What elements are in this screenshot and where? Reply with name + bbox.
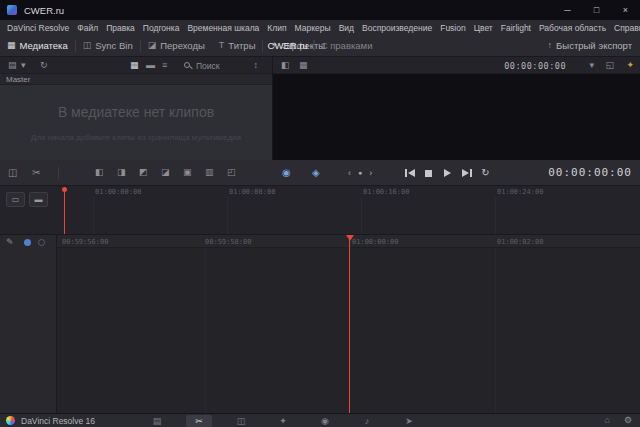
append-icon[interactable]: ◨ [117, 168, 126, 177]
menu-bar: DaVinci Resolve Файл Правка Подгонка Вре… [0, 20, 640, 35]
page-fairlight[interactable]: ♪ [354, 415, 380, 427]
menu-help[interactable]: Справка [610, 23, 640, 33]
snapping-icon[interactable]: ◈ [312, 168, 320, 178]
bin-path-row[interactable]: Master [0, 74, 272, 85]
loop-button[interactable]: ↻ [478, 166, 493, 180]
export-icon: ↑ [548, 41, 553, 50]
razor-tool-icon[interactable]: ✂ [32, 168, 40, 178]
sync-clip-icon[interactable]: ◉ [282, 168, 291, 178]
menu-fairlight[interactable]: Fairlight [497, 23, 535, 33]
playhead-dot-icon[interactable]: ● [358, 166, 362, 180]
page-fusion[interactable]: ✦ [270, 415, 296, 427]
menu-davinci-resolve[interactable]: DaVinci Resolve [3, 23, 73, 33]
search-icon[interactable] [184, 62, 190, 68]
viewer-expand-icon[interactable]: ◱ [605, 61, 614, 70]
bin-list-icon[interactable]: ▤ [8, 61, 17, 70]
strip-view-icon[interactable]: ▬ [146, 61, 155, 70]
grid-view-icon[interactable]: ▦ [130, 61, 139, 70]
close-up-icon[interactable]: ◪ [161, 168, 170, 177]
place-on-top-icon[interactable]: ▣ [183, 168, 192, 177]
timeline-timecode: 00:00:00:00 [548, 166, 632, 179]
media-pool-icon: ▦ [7, 41, 16, 50]
page-navigation: ▤ ✂ ◫ ✦ ◉ ♪ ➤ [136, 414, 430, 427]
page-color[interactable]: ◉ [312, 415, 338, 427]
menu-playback[interactable]: Воспроизведение [358, 23, 436, 33]
stop-button[interactable] [421, 166, 436, 180]
menu-markers[interactable]: Маркеры [291, 23, 335, 33]
app-version-label: DaVinci Resolve 16 [21, 416, 95, 426]
menu-fusion[interactable]: Fusion [436, 23, 470, 33]
ripple-overwrite-icon[interactable]: ◩ [139, 168, 148, 177]
previous-frame-button[interactable]: ‹ [348, 166, 351, 180]
overview-tool-b-button[interactable]: ▬ [29, 192, 48, 207]
menu-color[interactable]: Цвет [470, 23, 497, 33]
audio-track-dot[interactable] [38, 239, 45, 246]
app-icon [7, 5, 17, 15]
triangle-glyph [408, 169, 415, 177]
ruler-tick: 00:59:58:00 [205, 238, 251, 246]
timeline-overview[interactable]: ▭ ▬ 01:00:00:00 01:00:08:00 01:00:16:00 … [0, 186, 640, 235]
sort-icon[interactable]: ↕ [254, 61, 259, 70]
go-to-start-button[interactable] [402, 166, 417, 180]
detail-playhead[interactable] [349, 235, 350, 413]
go-to-end-button[interactable] [459, 166, 474, 180]
overview-playhead[interactable] [64, 191, 65, 234]
ruler-tick: 01:00:00:00 [352, 238, 398, 246]
refresh-icon[interactable]: ↻ [40, 61, 48, 70]
close-button[interactable]: × [611, 0, 640, 20]
window-title: CWER.ru [24, 5, 64, 16]
title-bar: CWER.ru ─ □ × [0, 0, 640, 20]
home-icon[interactable]: ⌂ [604, 416, 609, 425]
page-deliver[interactable]: ➤ [396, 415, 422, 427]
pencil-tool-icon[interactable]: ✎ [6, 238, 14, 247]
quick-export-button[interactable]: ↑ Быстрый экспорт [548, 40, 632, 51]
transitions-button[interactable]: ◪ Переходы [141, 35, 212, 56]
empty-state-subtitle: Для начала добавьте клипы из хранилища м… [31, 133, 241, 142]
menu-edit[interactable]: Правка [102, 23, 139, 33]
list-view-icon[interactable]: ≡ [162, 61, 167, 70]
bottom-right-controls: ⌂ ⚙ [604, 416, 632, 425]
pointer-tool-icon[interactable]: ◫ [8, 168, 17, 178]
video-track-enabled-dot[interactable] [24, 239, 31, 246]
source-overwrite-icon[interactable]: ▥ [205, 168, 214, 177]
page-media[interactable]: ▤ [144, 415, 170, 427]
next-frame-button[interactable]: › [369, 166, 372, 180]
menu-file[interactable]: Файл [73, 23, 102, 33]
chevron-down-icon[interactable]: ▾ [21, 61, 26, 70]
davinci-resolve-window: CWER.ru ─ □ × DaVinci Resolve Файл Правк… [0, 0, 640, 427]
menu-timeline[interactable]: Временная шкала [183, 23, 263, 33]
sync-bin-button[interactable]: ◫ Sync Bin [76, 35, 140, 56]
window-controls: ─ □ × [553, 0, 640, 20]
transition-tool-icon[interactable]: ◰ [227, 168, 236, 177]
maximize-button[interactable]: □ [582, 0, 611, 20]
menu-trim[interactable]: Подгонка [139, 23, 184, 33]
minimize-button[interactable]: ─ [553, 0, 582, 20]
media-pool-empty-state: В медиатеке нет клипов Для начала добавь… [0, 85, 272, 160]
page-cut[interactable]: ✂ [186, 415, 212, 427]
menu-workspace[interactable]: Рабочая область [535, 23, 610, 33]
detail-playhead-pin[interactable] [346, 235, 354, 241]
media-pool-toggle-button[interactable]: ▦ Медиатека [0, 35, 75, 56]
davinci-logo-icon [6, 416, 15, 425]
overview-tool-a-button[interactable]: ▭ [6, 192, 25, 207]
search-label[interactable]: Поиск [196, 61, 220, 71]
frame-step-controls: ‹ ● › [348, 166, 372, 180]
media-pool-panel: ▤ ▾ ↻ ▦ ▬ ≡ Поиск ↕ Master В медиатеке н… [0, 57, 272, 160]
titles-button[interactable]: T Титры [212, 35, 263, 56]
viewer-zoom-chevron-icon[interactable]: ▾ [589, 61, 594, 70]
gridline [495, 248, 496, 413]
viewer-options-icon[interactable]: ✦ [626, 61, 634, 70]
menu-clip[interactable]: Клип [263, 23, 290, 33]
gridline [205, 248, 206, 413]
viewer-scopes-icon[interactable]: ▦ [299, 61, 308, 70]
viewer-tools-icon[interactable]: ◧ [281, 61, 290, 70]
page-edit[interactable]: ◫ [228, 415, 254, 427]
menu-view[interactable]: Вид [335, 23, 358, 33]
play-button[interactable] [440, 166, 455, 180]
gridline [93, 197, 94, 234]
ruler-tick: 01:00:02:00 [497, 238, 543, 246]
smart-insert-icon[interactable]: ◧ [95, 168, 104, 177]
gear-icon[interactable]: ⚙ [624, 416, 632, 425]
timeline-detail[interactable]: ✎ 00:59:56:00 00:59:58:00 01:00:00:00 01… [0, 235, 640, 413]
viewer-panel: ◧ ▦ 00:00:00:00 ▾ ◱ ✦ [273, 57, 640, 160]
